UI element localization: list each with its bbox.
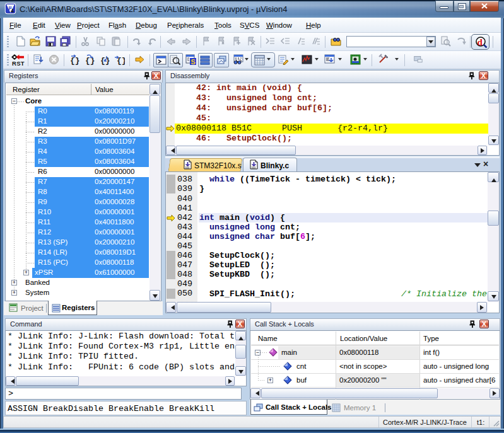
svg-text:4: 4 [11, 8, 14, 14]
svg-text:{}: {} [85, 56, 95, 65]
svg-text:{}: {} [70, 56, 79, 65]
svg-text:RST: RST [12, 60, 25, 67]
svg-text:S: S [191, 58, 196, 66]
svg-text:d: d [478, 37, 483, 47]
